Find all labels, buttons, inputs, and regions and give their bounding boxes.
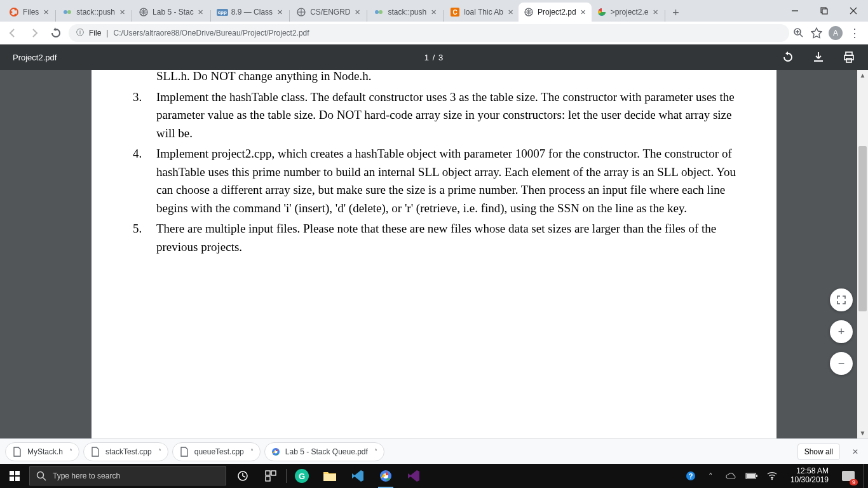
close-icon[interactable]: ✕ xyxy=(579,8,588,17)
scroll-down-icon[interactable]: ▼ xyxy=(857,428,868,438)
taskbar-app-explorer[interactable] xyxy=(317,464,342,488)
download-filename: queueTest.cpp xyxy=(194,447,244,456)
tab-label: Lab 5 - Stac xyxy=(153,8,194,17)
start-button[interactable] xyxy=(0,464,29,488)
close-icon[interactable]: ✕ xyxy=(41,8,50,17)
download-chip[interactable]: queueTest.cpp ˄ xyxy=(172,442,261,461)
pdf-list-item: Implement project2.cpp, which creates a … xyxy=(145,145,746,217)
tab-stackpush-2[interactable]: stack::push ✕ xyxy=(369,3,442,22)
browser-tabstrip: Files ✕ stack::push ✕ Lab 5 - Stac ✕ cpp… xyxy=(0,0,868,22)
download-chip[interactable]: MyStack.h ˄ xyxy=(5,442,79,461)
scroll-up-icon[interactable]: ▲ xyxy=(857,70,868,81)
tab-files[interactable]: Files ✕ xyxy=(4,3,54,22)
taskbar-app-chrome[interactable] xyxy=(373,464,398,488)
svg-rect-30 xyxy=(756,475,757,477)
toolbar-right: A ⋮ xyxy=(793,26,864,40)
svg-point-32 xyxy=(771,478,773,480)
vertical-scrollbar[interactable]: ▲ ▼ xyxy=(857,70,868,438)
omnibox[interactable]: ⓘ File | C:/Users/altraore88/OneDrive/Bu… xyxy=(69,24,789,42)
url-path: C:/Users/altraore88/OneDrive/Bureau/Proj… xyxy=(113,29,309,37)
close-icon[interactable]: ✕ xyxy=(196,8,205,17)
new-tab-button[interactable]: + xyxy=(667,4,684,22)
chevron-up-icon[interactable]: ˄ xyxy=(69,448,72,455)
site-info-icon[interactable]: ⓘ xyxy=(76,27,84,38)
wifi-icon[interactable] xyxy=(765,469,779,483)
tray-chevron-icon[interactable]: ˄ xyxy=(704,469,718,483)
tab-project2-active[interactable]: Project2.pd ✕ xyxy=(519,3,592,22)
minimize-button[interactable] xyxy=(780,0,810,22)
chegg-icon: C xyxy=(450,7,460,17)
action-center-icon[interactable]: 9 xyxy=(840,468,857,484)
show-all-downloads-button[interactable]: Show all xyxy=(797,444,840,460)
zoom-out-button[interactable]: − xyxy=(830,352,853,375)
rotate-icon[interactable] xyxy=(782,51,794,64)
fit-page-button[interactable] xyxy=(830,288,853,311)
pdf-viewport[interactable]: SLL.h. Do NOT change anything in Node.h.… xyxy=(0,70,868,438)
pdf-toolbar: Project2.pdf 1 / 3 xyxy=(0,44,868,70)
tab-chegg[interactable]: C loal Thic Ab ✕ xyxy=(445,3,519,22)
task-view-icon[interactable] xyxy=(230,464,255,488)
scrollbar-thumb[interactable] xyxy=(858,146,867,311)
kebab-menu-icon[interactable]: ⋮ xyxy=(849,26,860,40)
cppref-icon xyxy=(62,7,72,17)
taskbar-search[interactable]: Type here to search xyxy=(29,466,226,485)
download-chip[interactable]: stackTest.cpp ˄ xyxy=(83,442,168,461)
pdf-list-item: There are multiple input files. Please n… xyxy=(145,220,746,256)
maximize-button[interactable] xyxy=(810,0,839,22)
close-icon[interactable]: ✕ xyxy=(429,8,438,17)
taskbar-app-visualstudio[interactable] xyxy=(401,464,426,488)
tab-stackpush-1[interactable]: stack::push ✕ xyxy=(57,3,130,22)
chrome-icon xyxy=(271,447,280,456)
tab-label: stack::push xyxy=(388,8,426,17)
svg-point-1 xyxy=(11,11,13,13)
svg-rect-21 xyxy=(266,471,270,475)
close-icon[interactable]: ✕ xyxy=(651,8,660,17)
download-icon[interactable] xyxy=(812,51,825,64)
nav-back-button[interactable] xyxy=(4,24,22,42)
help-icon[interactable]: ? xyxy=(684,469,698,483)
close-icon[interactable]: ✕ xyxy=(275,8,284,17)
bookmark-icon[interactable] xyxy=(811,27,822,39)
chevron-up-icon[interactable]: ˄ xyxy=(374,448,377,455)
download-chip[interactable]: Lab 5 - Stack Queue.pdf ˄ xyxy=(264,442,384,461)
tab-label: stack::push xyxy=(76,8,115,17)
zoom-in-button[interactable]: + xyxy=(830,320,853,343)
reload-button[interactable] xyxy=(47,24,65,42)
svg-point-3 xyxy=(15,14,17,16)
chevron-up-icon[interactable]: ˄ xyxy=(158,448,161,455)
taskbar-clock[interactable]: 12:58 AM 10/30/2019 xyxy=(785,467,834,485)
close-icon[interactable]: ✕ xyxy=(353,8,362,17)
svg-rect-22 xyxy=(271,471,276,475)
clock-date: 10/30/2019 xyxy=(790,476,829,485)
close-window-button[interactable] xyxy=(839,0,868,22)
show-desktop-button[interactable] xyxy=(863,464,867,488)
profile-avatar[interactable]: A xyxy=(829,26,843,40)
chevron-up-icon[interactable]: ˄ xyxy=(250,448,254,455)
tab-google[interactable]: >project2.e ✕ xyxy=(592,3,664,22)
tab-label: Project2.pd xyxy=(538,8,576,17)
taskbar-app-grammarly[interactable]: G xyxy=(289,464,315,488)
zoom-controls: + − xyxy=(830,288,853,375)
tab-label: Files xyxy=(23,8,39,17)
cortana-icon[interactable] xyxy=(258,464,283,488)
close-icon[interactable]: ✕ xyxy=(118,8,126,17)
svg-rect-24 xyxy=(323,474,336,481)
notification-badge: 9 xyxy=(850,479,858,485)
downloads-shelf: MyStack.h ˄ stackTest.cpp ˄ queueTest.cp… xyxy=(0,438,868,464)
pdf-page-indicator: 1 / 3 xyxy=(424,53,444,62)
print-icon[interactable] xyxy=(843,51,855,64)
tab-label: CS/ENGRD xyxy=(310,8,350,17)
nav-forward-button[interactable] xyxy=(25,24,43,42)
battery-icon[interactable] xyxy=(745,469,759,483)
zoom-icon[interactable] xyxy=(793,27,804,39)
tab-lab5[interactable]: Lab 5 - Stac ✕ xyxy=(133,3,209,22)
close-shelf-button[interactable]: ✕ xyxy=(848,444,863,459)
close-icon[interactable]: ✕ xyxy=(506,8,515,17)
tab-csengrd[interactable]: CS/ENGRD ✕ xyxy=(291,3,365,22)
taskbar-app-vscode[interactable] xyxy=(345,464,370,488)
svg-rect-16 xyxy=(846,58,851,62)
globe-icon xyxy=(296,7,306,17)
tab-89class[interactable]: cpp 8.9 — Class ✕ xyxy=(212,3,288,22)
onedrive-icon[interactable] xyxy=(724,469,738,483)
tab-label: loal Thic Ab xyxy=(464,8,503,17)
